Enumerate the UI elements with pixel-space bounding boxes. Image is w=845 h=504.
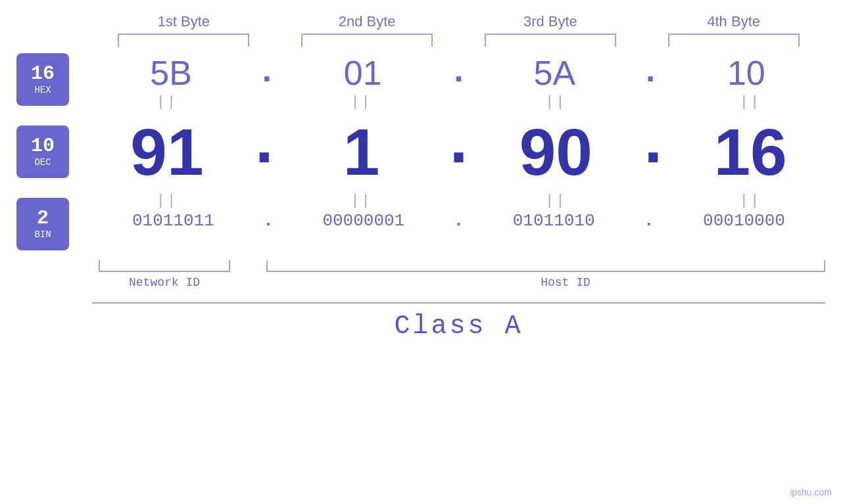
hex-value-2: 01 xyxy=(344,54,382,92)
badges-column: 16 HEX 10 DEC 2 BIN xyxy=(0,47,85,257)
hex-dot-3: . xyxy=(640,56,660,90)
bin-cell-4: 00010000 xyxy=(672,211,817,231)
bin-value-3: 01011010 xyxy=(513,211,595,231)
values-grid: 5B . 01 . 5A . 10 || || xyxy=(85,47,845,231)
bin-value-4: 00010000 xyxy=(703,211,785,231)
hex-cell-2: 01 xyxy=(291,53,435,93)
dec-badge-number: 10 xyxy=(31,136,55,156)
dec-cell-3: 90 xyxy=(483,119,628,185)
bin-cell-1: 01011011 xyxy=(101,211,245,231)
bin-badge-label: BIN xyxy=(34,229,51,240)
hex-cell-1: 5B xyxy=(99,53,243,93)
hex-row: 5B . 01 . 5A . 10 xyxy=(85,47,845,93)
bin-value-1: 01011011 xyxy=(132,211,214,231)
hex-dot-1: . xyxy=(256,56,277,90)
class-section: Class A xyxy=(92,302,825,341)
network-bracket-area: Network ID xyxy=(99,260,230,289)
bin-value-2: 00000001 xyxy=(322,211,404,231)
dec-cell-1: 91 xyxy=(95,119,239,185)
top-brackets xyxy=(0,34,845,47)
dec-value-4: 16 xyxy=(713,115,786,189)
host-id-label: Host ID xyxy=(541,276,591,289)
dec-dot-1: . xyxy=(245,112,284,178)
equals-1-1: || xyxy=(95,95,239,110)
dec-badge-label: DEC xyxy=(34,157,51,168)
dec-cell-2: 1 xyxy=(289,119,434,185)
host-bottom-bracket xyxy=(266,260,825,272)
bin-badge-number: 2 xyxy=(37,208,49,228)
bin-dot-3: . xyxy=(644,212,654,229)
bin-badge: 2 BIN xyxy=(16,198,69,250)
top-bracket-4 xyxy=(668,34,800,47)
equals-1-3: || xyxy=(483,95,628,110)
dec-row: 91 . 1 . 90 . 16 xyxy=(85,112,845,191)
hex-badge: 16 HEX xyxy=(16,53,69,106)
bottom-section: Network ID Host ID Class A xyxy=(0,260,845,341)
content-area: 16 HEX 10 DEC 2 BIN 5B . 01 xyxy=(0,47,845,257)
host-bracket-area: Host ID xyxy=(266,260,825,289)
class-bracket-line xyxy=(92,302,825,304)
hex-cell-3: 5A xyxy=(482,53,627,93)
dec-cell-4: 16 xyxy=(678,119,823,185)
dec-dot-3: . xyxy=(633,112,673,178)
network-bottom-bracket xyxy=(99,260,230,272)
bin-dot-1: . xyxy=(263,212,274,229)
equals-1-2: || xyxy=(289,95,434,110)
network-id-label: Network ID xyxy=(129,276,200,289)
bin-row: 01011011 . 00000001 . 01011010 . 0001000… xyxy=(85,211,845,231)
byte-headers: 1st Byte 2nd Byte 3rd Byte 4th Byte xyxy=(0,13,845,30)
network-id-label-container: Network ID xyxy=(99,276,230,289)
equals-1-4: || xyxy=(678,95,823,110)
equals-2-2: || xyxy=(289,194,434,208)
class-label: Class A xyxy=(394,311,523,341)
hex-dot-2: . xyxy=(448,56,469,90)
top-bracket-3 xyxy=(485,34,616,47)
hex-value-1: 5B xyxy=(150,54,192,92)
top-bracket-1 xyxy=(118,34,249,47)
bin-cell-2: 00000001 xyxy=(291,211,436,231)
dec-value-3: 90 xyxy=(519,115,592,189)
equals-2-3: || xyxy=(483,194,628,208)
equals-2-1: || xyxy=(95,194,239,208)
class-label-container: Class A xyxy=(92,311,825,341)
watermark: ipshu.com xyxy=(790,487,832,497)
equals-row-2: || || || || xyxy=(85,194,845,208)
byte-label-3: 3rd Byte xyxy=(478,13,623,30)
hex-value-3: 5A xyxy=(533,54,575,92)
byte-label-1: 1st Byte xyxy=(111,13,256,30)
dec-dot-2: . xyxy=(439,112,478,178)
host-id-label-container: Host ID xyxy=(266,276,825,289)
dec-value-2: 1 xyxy=(343,115,380,189)
hex-badge-label: HEX xyxy=(34,85,51,95)
dec-badge: 10 DEC xyxy=(16,126,69,178)
top-bracket-2 xyxy=(301,34,433,47)
dec-value-1: 91 xyxy=(130,115,203,189)
hex-badge-number: 16 xyxy=(31,64,55,83)
equals-2-4: || xyxy=(678,194,823,208)
byte-label-2: 2nd Byte xyxy=(295,13,439,30)
hex-value-4: 10 xyxy=(727,54,765,92)
main-container: 1st Byte 2nd Byte 3rd Byte 4th Byte 16 H… xyxy=(0,0,845,504)
bin-cell-3: 01011010 xyxy=(481,211,626,231)
hex-cell-4: 10 xyxy=(674,53,819,93)
bin-dot-2: . xyxy=(454,212,464,229)
bottom-brackets-container: Network ID Host ID xyxy=(92,260,825,289)
byte-label-4: 4th Byte xyxy=(662,13,806,30)
